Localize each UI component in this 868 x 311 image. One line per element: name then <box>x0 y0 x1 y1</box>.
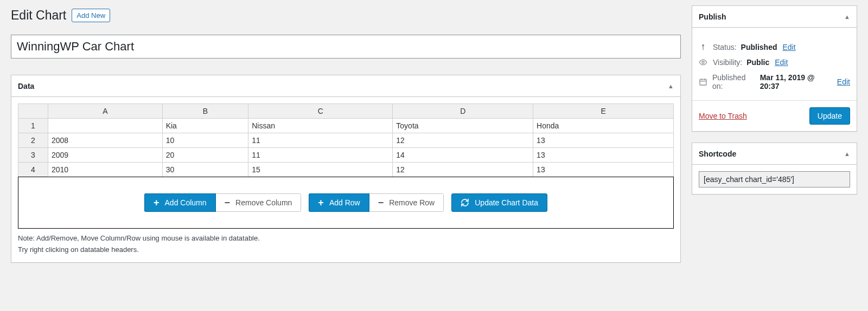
cell[interactable]: 12 <box>393 163 533 177</box>
page-title: Edit Chart <box>11 8 66 23</box>
cell[interactable]: Kia <box>162 119 248 133</box>
visibility-label: Visibility: <box>713 58 742 67</box>
edit-visibility-link[interactable]: Edit <box>775 58 788 67</box>
svg-rect-1 <box>703 46 703 50</box>
cell[interactable]: 2009 <box>48 148 163 163</box>
button-label: Update Chart Data <box>475 198 538 207</box>
button-label: Add Column <box>165 198 207 207</box>
cell[interactable]: 11 <box>248 148 393 163</box>
row-header[interactable]: 3 <box>18 148 48 163</box>
cell[interactable]: 20 <box>162 148 248 163</box>
status-label: Status: <box>713 43 737 51</box>
row-header[interactable]: 1 <box>18 119 48 133</box>
table-row: 2 2008 10 11 12 13 <box>18 133 674 148</box>
edit-date-link[interactable]: Edit <box>837 77 850 86</box>
row-header[interactable]: 4 <box>18 163 48 177</box>
published-label: Published on: <box>712 73 756 90</box>
cell[interactable]: 13 <box>533 163 674 177</box>
table-corner <box>18 104 48 119</box>
minus-icon: − <box>378 198 384 208</box>
update-button[interactable]: Update <box>809 107 850 125</box>
button-label: Remove Column <box>235 198 292 207</box>
table-row: 3 2009 20 11 14 13 <box>18 148 674 163</box>
column-header[interactable]: D <box>393 104 533 119</box>
cell[interactable] <box>48 119 163 133</box>
update-chart-data-button[interactable]: Update Chart Data <box>451 193 547 212</box>
column-header[interactable]: C <box>248 104 393 119</box>
plus-icon: + <box>318 198 324 208</box>
cell[interactable]: 12 <box>393 133 533 148</box>
remove-column-button[interactable]: − Remove Column <box>216 193 302 212</box>
remove-row-button[interactable]: − Remove Row <box>369 193 444 212</box>
note-text: Note: Add/Remove, Move Column/Row using … <box>18 233 674 244</box>
cell[interactable]: 2010 <box>48 163 163 177</box>
move-to-trash-link[interactable]: Move to Trash <box>699 112 747 120</box>
refresh-icon <box>461 198 469 207</box>
published-date: Mar 11, 2019 @ 20:37 <box>760 73 832 90</box>
cell[interactable]: 13 <box>533 133 674 148</box>
publish-panel-title: Publish <box>699 12 726 21</box>
minus-icon: − <box>225 198 231 208</box>
column-header[interactable]: E <box>533 104 674 119</box>
svg-point-2 <box>702 61 704 63</box>
button-label: Add Row <box>329 198 360 207</box>
svg-rect-3 <box>700 79 706 85</box>
collapse-toggle-icon[interactable]: ▲ <box>844 151 850 157</box>
table-row: 4 2010 30 15 12 13 <box>18 163 674 177</box>
data-table[interactable]: A B C D E 1 Kia Nissan To <box>18 103 674 177</box>
collapse-toggle-icon[interactable]: ▲ <box>668 83 674 89</box>
cell[interactable]: 30 <box>162 163 248 177</box>
add-new-button[interactable]: Add New <box>72 9 110 22</box>
table-actions: + Add Column − Remove Column + Add Row <box>18 177 674 229</box>
visibility-value: Public <box>746 58 769 67</box>
status-value: Published <box>741 43 777 51</box>
row-header[interactable]: 2 <box>18 133 48 148</box>
calendar-icon <box>699 77 708 86</box>
plus-icon: + <box>154 198 159 208</box>
note-text: Try right clicking on datatable headers. <box>18 244 674 256</box>
add-column-button[interactable]: + Add Column <box>144 193 216 212</box>
cell[interactable]: 2008 <box>48 133 163 148</box>
collapse-toggle-icon[interactable]: ▲ <box>844 14 850 20</box>
cell[interactable]: 14 <box>393 148 533 163</box>
data-panel-title: Data <box>18 82 34 90</box>
cell[interactable]: Toyota <box>393 119 533 133</box>
table-row: 1 Kia Nissan Toyota Honda <box>18 119 674 133</box>
data-panel: Data ▲ A B C D E <box>11 75 681 263</box>
column-header[interactable]: A <box>48 104 163 119</box>
shortcode-panel: Shortcode ▲ <box>692 142 857 195</box>
cell[interactable]: 10 <box>162 133 248 148</box>
edit-status-link[interactable]: Edit <box>783 43 796 51</box>
cell[interactable]: 13 <box>533 148 674 163</box>
cell[interactable]: Honda <box>533 119 674 133</box>
chart-title-input[interactable] <box>11 35 681 59</box>
cell[interactable]: Nissan <box>248 119 393 133</box>
publish-panel: Publish ▲ Status: Published Edit <box>692 5 857 132</box>
pin-icon <box>699 43 709 51</box>
cell[interactable]: 11 <box>248 133 393 148</box>
add-row-button[interactable]: + Add Row <box>309 193 369 212</box>
cell[interactable]: 15 <box>248 163 393 177</box>
shortcode-panel-title: Shortcode <box>699 150 736 158</box>
eye-icon <box>699 58 709 67</box>
button-label: Remove Row <box>389 198 435 207</box>
column-header[interactable]: B <box>162 104 248 119</box>
shortcode-input[interactable] <box>699 171 850 187</box>
